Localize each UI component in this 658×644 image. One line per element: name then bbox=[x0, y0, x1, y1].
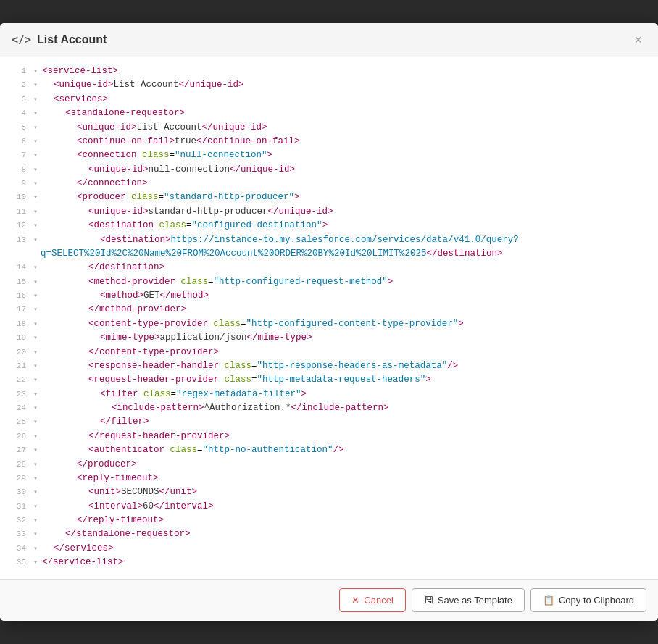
line-content-14: </destination> bbox=[88, 261, 652, 275]
code-line-21: 21 ▾ <response-header-handler class="htt… bbox=[0, 359, 658, 373]
line-num-25: 25 bbox=[6, 415, 26, 428]
line-content-9: </connection> bbox=[77, 177, 652, 191]
line-content-21: <response-header-handler class="http-res… bbox=[88, 359, 652, 373]
line-content-26: </request-header-provider> bbox=[88, 430, 652, 443]
line-num-3: 3 bbox=[6, 93, 26, 106]
line-content-1: <service-list> bbox=[42, 64, 652, 78]
line-content-17: </method-provider> bbox=[88, 303, 652, 317]
line-content-23: <filter class="regex-metadata-filter"> bbox=[100, 388, 652, 401]
line-num-26: 26 bbox=[6, 430, 26, 443]
code-line-25: 25 ▾ </filter> bbox=[0, 415, 658, 429]
code-line-13b: q=SELECT%20Id%2C%20Name%20FROM%20Account… bbox=[0, 247, 658, 261]
line-num-7: 7 bbox=[6, 149, 26, 162]
code-line-23: 23 ▾ <filter class="regex-metadata-filte… bbox=[0, 388, 658, 401]
line-content-8: <unique-id>null-connection</unique-id> bbox=[88, 163, 652, 177]
line-content-5: <unique-id>List Account</unique-id> bbox=[77, 121, 652, 135]
code-line-27: 27 ▾ <authenticator class="http-no-authe… bbox=[0, 443, 658, 457]
modal: </> List Account × 1 ▾ <service-list> 2 … bbox=[0, 23, 658, 621]
line-content-13: <destination>https://instance-to.my.sale… bbox=[100, 233, 652, 247]
cancel-button[interactable]: ✕ Cancel bbox=[339, 588, 405, 612]
line-content-10: <producer class="standard-http-producer"… bbox=[77, 191, 652, 204]
line-content-13b: q=SELECT%20Id%2C%20Name%20FROM%20Account… bbox=[41, 247, 652, 261]
line-num-15: 15 bbox=[6, 275, 26, 288]
code-line-5: 5 ▾ <unique-id>List Account</unique-id> bbox=[0, 121, 658, 135]
line-num-17: 17 bbox=[6, 303, 26, 316]
save-template-icon: 🖫 bbox=[424, 595, 433, 606]
line-num-14: 14 bbox=[6, 261, 26, 274]
code-line-29: 29 ▾ <reply-timeout> bbox=[0, 472, 658, 485]
line-content-2: <unique-id>List Account</unique-id> bbox=[42, 78, 652, 92]
line-num-28: 28 bbox=[6, 458, 26, 471]
line-content-20: </content-type-provider> bbox=[88, 346, 652, 359]
code-line-20: 20 ▾ </content-type-provider> bbox=[0, 346, 658, 359]
line-content-15: <method-provider class="http-configured-… bbox=[88, 275, 652, 289]
code-line-8: 8 ▾ <unique-id>null-connection</unique-i… bbox=[0, 163, 658, 177]
line-content-31: <interval>60</interval> bbox=[88, 500, 652, 514]
line-num-12: 12 bbox=[6, 219, 26, 232]
line-num-27: 27 bbox=[6, 443, 26, 456]
cancel-icon: ✕ bbox=[351, 595, 359, 606]
code-line-34: 34 ▾ </services> bbox=[0, 542, 658, 556]
code-line-33: 33 ▾ </standalone-requestor> bbox=[0, 527, 658, 541]
line-content-11: <unique-id>standard-http-producer</uniqu… bbox=[88, 205, 652, 219]
line-num-32: 32 bbox=[6, 514, 26, 527]
clipboard-icon: 📋 bbox=[543, 595, 554, 606]
close-button[interactable]: × bbox=[630, 32, 646, 48]
line-num-1: 1 bbox=[6, 64, 26, 78]
line-content-6: <continue-on-fail>true</continue-on-fail… bbox=[77, 135, 652, 149]
line-content-22: <request-header-provider class="http-met… bbox=[88, 373, 652, 387]
modal-overlay: </> List Account × 1 ▾ <service-list> 2 … bbox=[0, 0, 658, 644]
code-line-12: 12 ▾ <destination class="configured-dest… bbox=[0, 219, 658, 233]
modal-title-container: </> List Account bbox=[12, 33, 107, 46]
line-content-19: <mime-type>application/json</mime-type> bbox=[100, 331, 652, 345]
line-content-24: <include-pattern>^Authorization.*</inclu… bbox=[112, 401, 652, 415]
code-line-24: 24 ▾ <include-pattern>^Authorization.*</… bbox=[0, 401, 658, 415]
code-line-3: 3 ▾ <services> bbox=[0, 93, 658, 106]
line-content-7: <connection class="null-connection"> bbox=[77, 149, 652, 162]
line-num-24: 24 bbox=[6, 401, 26, 414]
code-line-26: 26 ▾ </request-header-provider> bbox=[0, 430, 658, 443]
line-num-31: 31 bbox=[6, 500, 26, 513]
line-num-22: 22 bbox=[6, 373, 26, 386]
line-num-18: 18 bbox=[6, 317, 26, 330]
line-num-9: 9 bbox=[6, 177, 26, 190]
cancel-label: Cancel bbox=[364, 595, 393, 606]
code-line-2: 2 ▾ <unique-id>List Account</unique-id> bbox=[0, 78, 658, 92]
save-template-label: Save as Template bbox=[438, 595, 512, 606]
code-line-31: 31 ▾ <interval>60</interval> bbox=[0, 500, 658, 514]
code-line-28: 28 ▾ </producer> bbox=[0, 458, 658, 472]
code-line-22: 22 ▾ <request-header-provider class="htt… bbox=[0, 373, 658, 387]
modal-body: 1 ▾ <service-list> 2 ▾ <unique-id>List A… bbox=[0, 57, 658, 579]
line-num-35: 35 bbox=[6, 556, 26, 569]
line-num-6: 6 bbox=[6, 135, 26, 148]
code-area: 1 ▾ <service-list> 2 ▾ <unique-id>List A… bbox=[0, 57, 658, 579]
code-line-35: 35 ▾ </service-list> bbox=[0, 556, 658, 569]
line-num-16: 16 bbox=[6, 289, 26, 302]
line-num-4: 4 bbox=[6, 106, 26, 120]
line-num-30: 30 bbox=[6, 485, 26, 498]
copy-clipboard-button[interactable]: 📋 Copy to Clipboard bbox=[530, 588, 646, 612]
line-content-33: </standalone-requestor> bbox=[65, 527, 652, 541]
line-content-16: <method>GET</method> bbox=[100, 289, 652, 303]
code-line-18: 18 ▾ <content-type-provider class="http-… bbox=[0, 317, 658, 331]
code-line-11: 11 ▾ <unique-id>standard-http-producer</… bbox=[0, 205, 658, 219]
save-template-button[interactable]: 🖫 Save as Template bbox=[412, 588, 525, 612]
line-num-20: 20 bbox=[6, 346, 26, 359]
xml-icon: </> bbox=[12, 33, 31, 46]
line-num-33: 33 bbox=[6, 527, 26, 540]
line-content-3: <services> bbox=[54, 93, 652, 106]
line-content-35: </service-list> bbox=[42, 556, 652, 569]
code-line-16: 16 ▾ <method>GET</method> bbox=[0, 289, 658, 303]
code-line-6: 6 ▾ <continue-on-fail>true</continue-on-… bbox=[0, 135, 658, 149]
code-line-10: 10 ▾ <producer class="standard-http-prod… bbox=[0, 191, 658, 204]
line-content-25: </filter> bbox=[100, 415, 652, 429]
line-content-34: </services> bbox=[54, 542, 652, 556]
copy-clipboard-label: Copy to Clipboard bbox=[559, 595, 634, 606]
line-content-28: </producer> bbox=[77, 458, 652, 472]
line-num-23: 23 bbox=[6, 388, 26, 401]
code-line-15: 15 ▾ <method-provider class="http-config… bbox=[0, 275, 658, 289]
code-line-1: 1 ▾ <service-list> bbox=[0, 64, 658, 78]
line-num-34: 34 bbox=[6, 542, 26, 555]
code-line-14: 14 ▾ </destination> bbox=[0, 261, 658, 275]
code-line-17: 17 ▾ </method-provider> bbox=[0, 303, 658, 317]
